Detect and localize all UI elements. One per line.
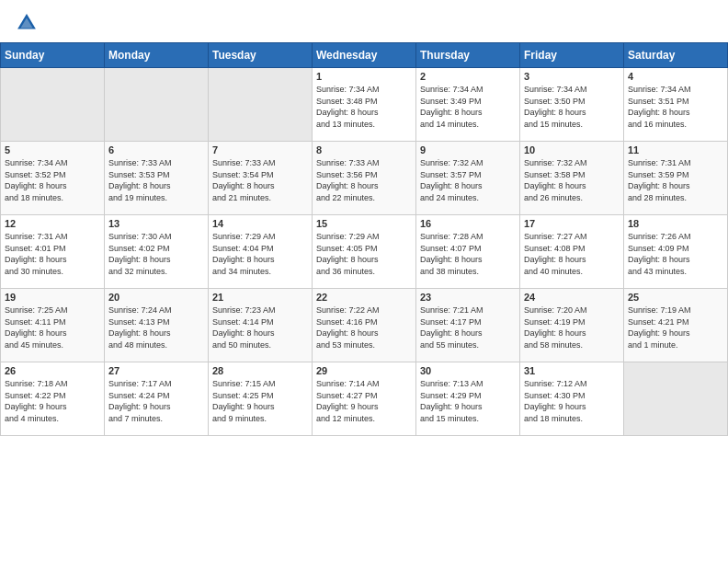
day-info: Sunrise: 7:26 AM Sunset: 4:09 PM Dayligh… bbox=[628, 231, 723, 277]
weekday-header-sunday: Sunday bbox=[1, 43, 105, 68]
day-info: Sunrise: 7:33 AM Sunset: 3:54 PM Dayligh… bbox=[212, 157, 308, 203]
calendar-cell: 22Sunrise: 7:22 AM Sunset: 4:16 PM Dayli… bbox=[313, 289, 416, 362]
week-row-5: 26Sunrise: 7:18 AM Sunset: 4:22 PM Dayli… bbox=[1, 362, 728, 436]
calendar-cell: 1Sunrise: 7:34 AM Sunset: 3:48 PM Daylig… bbox=[313, 68, 416, 142]
day-number: 3 bbox=[524, 71, 620, 82]
week-row-1: 1Sunrise: 7:34 AM Sunset: 3:48 PM Daylig… bbox=[1, 68, 728, 142]
calendar-cell: 13Sunrise: 7:30 AM Sunset: 4:02 PM Dayli… bbox=[105, 215, 209, 289]
calendar-cell: 11Sunrise: 7:31 AM Sunset: 3:59 PM Dayli… bbox=[624, 142, 728, 215]
day-number: 6 bbox=[108, 144, 204, 155]
calendar-cell: 3Sunrise: 7:34 AM Sunset: 3:50 PM Daylig… bbox=[520, 68, 624, 142]
day-info: Sunrise: 7:31 AM Sunset: 3:59 PM Dayligh… bbox=[628, 157, 723, 203]
day-info: Sunrise: 7:22 AM Sunset: 4:16 PM Dayligh… bbox=[316, 304, 412, 350]
calendar: SundayMondayTuesdayWednesdayThursdayFrid… bbox=[0, 42, 728, 436]
day-number: 24 bbox=[524, 292, 620, 303]
day-number: 14 bbox=[212, 218, 308, 229]
day-number: 30 bbox=[420, 365, 516, 376]
calendar-cell: 7Sunrise: 7:33 AM Sunset: 3:54 PM Daylig… bbox=[209, 142, 313, 215]
day-number: 4 bbox=[628, 71, 723, 82]
day-number: 19 bbox=[5, 292, 100, 303]
day-number: 25 bbox=[628, 292, 723, 303]
week-row-3: 12Sunrise: 7:31 AM Sunset: 4:01 PM Dayli… bbox=[1, 215, 728, 289]
calendar-cell: 10Sunrise: 7:32 AM Sunset: 3:58 PM Dayli… bbox=[520, 142, 624, 215]
calendar-cell: 19Sunrise: 7:25 AM Sunset: 4:11 PM Dayli… bbox=[1, 289, 105, 362]
calendar-cell bbox=[209, 68, 313, 142]
day-number: 18 bbox=[628, 218, 723, 229]
day-info: Sunrise: 7:32 AM Sunset: 3:57 PM Dayligh… bbox=[420, 157, 516, 203]
day-number: 9 bbox=[420, 144, 516, 155]
header bbox=[0, 0, 728, 39]
day-number: 21 bbox=[212, 292, 308, 303]
calendar-cell: 29Sunrise: 7:14 AM Sunset: 4:27 PM Dayli… bbox=[313, 362, 416, 436]
day-info: Sunrise: 7:25 AM Sunset: 4:11 PM Dayligh… bbox=[5, 304, 100, 350]
day-number: 7 bbox=[212, 144, 308, 155]
calendar-cell: 12Sunrise: 7:31 AM Sunset: 4:01 PM Dayli… bbox=[1, 215, 105, 289]
day-info: Sunrise: 7:29 AM Sunset: 4:04 PM Dayligh… bbox=[212, 231, 308, 277]
logo-icon bbox=[17, 13, 37, 33]
day-number: 23 bbox=[420, 292, 516, 303]
calendar-cell: 15Sunrise: 7:29 AM Sunset: 4:05 PM Dayli… bbox=[313, 215, 416, 289]
calendar-cell: 5Sunrise: 7:34 AM Sunset: 3:52 PM Daylig… bbox=[1, 142, 105, 215]
day-info: Sunrise: 7:34 AM Sunset: 3:48 PM Dayligh… bbox=[316, 84, 412, 130]
day-info: Sunrise: 7:27 AM Sunset: 4:08 PM Dayligh… bbox=[524, 231, 620, 277]
day-info: Sunrise: 7:19 AM Sunset: 4:21 PM Dayligh… bbox=[628, 304, 723, 350]
calendar-cell: 28Sunrise: 7:15 AM Sunset: 4:25 PM Dayli… bbox=[209, 362, 313, 436]
day-number: 22 bbox=[316, 292, 412, 303]
calendar-cell: 30Sunrise: 7:13 AM Sunset: 4:29 PM Dayli… bbox=[416, 362, 520, 436]
calendar-cell: 6Sunrise: 7:33 AM Sunset: 3:53 PM Daylig… bbox=[105, 142, 209, 215]
day-info: Sunrise: 7:20 AM Sunset: 4:19 PM Dayligh… bbox=[524, 304, 620, 350]
day-number: 27 bbox=[108, 365, 204, 376]
calendar-cell: 26Sunrise: 7:18 AM Sunset: 4:22 PM Dayli… bbox=[1, 362, 105, 436]
day-info: Sunrise: 7:34 AM Sunset: 3:52 PM Dayligh… bbox=[5, 157, 100, 203]
calendar-cell: 4Sunrise: 7:34 AM Sunset: 3:51 PM Daylig… bbox=[624, 68, 728, 142]
calendar-cell: 14Sunrise: 7:29 AM Sunset: 4:04 PM Dayli… bbox=[209, 215, 313, 289]
day-number: 31 bbox=[524, 365, 620, 376]
calendar-cell bbox=[624, 362, 728, 436]
weekday-header-wednesday: Wednesday bbox=[313, 43, 416, 68]
day-info: Sunrise: 7:28 AM Sunset: 4:07 PM Dayligh… bbox=[420, 231, 516, 277]
day-info: Sunrise: 7:34 AM Sunset: 3:49 PM Dayligh… bbox=[420, 84, 516, 130]
day-number: 5 bbox=[5, 144, 100, 155]
day-info: Sunrise: 7:14 AM Sunset: 4:27 PM Dayligh… bbox=[316, 378, 412, 424]
day-info: Sunrise: 7:34 AM Sunset: 3:50 PM Dayligh… bbox=[524, 84, 620, 130]
day-info: Sunrise: 7:24 AM Sunset: 4:13 PM Dayligh… bbox=[108, 304, 204, 350]
day-number: 17 bbox=[524, 218, 620, 229]
calendar-cell: 17Sunrise: 7:27 AM Sunset: 4:08 PM Dayli… bbox=[520, 215, 624, 289]
day-number: 28 bbox=[212, 365, 308, 376]
day-info: Sunrise: 7:23 AM Sunset: 4:14 PM Dayligh… bbox=[212, 304, 308, 350]
day-number: 10 bbox=[524, 144, 620, 155]
calendar-cell: 31Sunrise: 7:12 AM Sunset: 4:30 PM Dayli… bbox=[520, 362, 624, 436]
calendar-cell bbox=[1, 68, 105, 142]
calendar-cell: 25Sunrise: 7:19 AM Sunset: 4:21 PM Dayli… bbox=[624, 289, 728, 362]
weekday-header-tuesday: Tuesday bbox=[209, 43, 313, 68]
day-info: Sunrise: 7:33 AM Sunset: 3:53 PM Dayligh… bbox=[108, 157, 204, 203]
week-row-2: 5Sunrise: 7:34 AM Sunset: 3:52 PM Daylig… bbox=[1, 142, 728, 215]
day-info: Sunrise: 7:34 AM Sunset: 3:51 PM Dayligh… bbox=[628, 84, 723, 130]
day-info: Sunrise: 7:30 AM Sunset: 4:02 PM Dayligh… bbox=[108, 231, 204, 277]
day-number: 29 bbox=[316, 365, 412, 376]
page: SundayMondayTuesdayWednesdayThursdayFrid… bbox=[0, 0, 728, 563]
weekday-header-thursday: Thursday bbox=[416, 43, 520, 68]
calendar-cell: 8Sunrise: 7:33 AM Sunset: 3:56 PM Daylig… bbox=[313, 142, 416, 215]
weekday-header-friday: Friday bbox=[520, 43, 624, 68]
calendar-cell: 20Sunrise: 7:24 AM Sunset: 4:13 PM Dayli… bbox=[105, 289, 209, 362]
calendar-cell: 16Sunrise: 7:28 AM Sunset: 4:07 PM Dayli… bbox=[416, 215, 520, 289]
day-number: 26 bbox=[5, 365, 100, 376]
calendar-cell: 2Sunrise: 7:34 AM Sunset: 3:49 PM Daylig… bbox=[416, 68, 520, 142]
calendar-cell bbox=[105, 68, 209, 142]
day-number: 12 bbox=[5, 218, 100, 229]
weekday-header-saturday: Saturday bbox=[624, 43, 728, 68]
logo bbox=[17, 13, 39, 33]
day-info: Sunrise: 7:13 AM Sunset: 4:29 PM Dayligh… bbox=[420, 378, 516, 424]
day-info: Sunrise: 7:17 AM Sunset: 4:24 PM Dayligh… bbox=[108, 378, 204, 424]
day-number: 2 bbox=[420, 71, 516, 82]
week-row-4: 19Sunrise: 7:25 AM Sunset: 4:11 PM Dayli… bbox=[1, 289, 728, 362]
weekday-header-row: SundayMondayTuesdayWednesdayThursdayFrid… bbox=[1, 43, 728, 68]
weekday-header-monday: Monday bbox=[105, 43, 209, 68]
day-number: 20 bbox=[108, 292, 204, 303]
calendar-cell: 9Sunrise: 7:32 AM Sunset: 3:57 PM Daylig… bbox=[416, 142, 520, 215]
day-info: Sunrise: 7:15 AM Sunset: 4:25 PM Dayligh… bbox=[212, 378, 308, 424]
calendar-cell: 18Sunrise: 7:26 AM Sunset: 4:09 PM Dayli… bbox=[624, 215, 728, 289]
calendar-cell: 21Sunrise: 7:23 AM Sunset: 4:14 PM Dayli… bbox=[209, 289, 313, 362]
day-number: 11 bbox=[628, 144, 723, 155]
